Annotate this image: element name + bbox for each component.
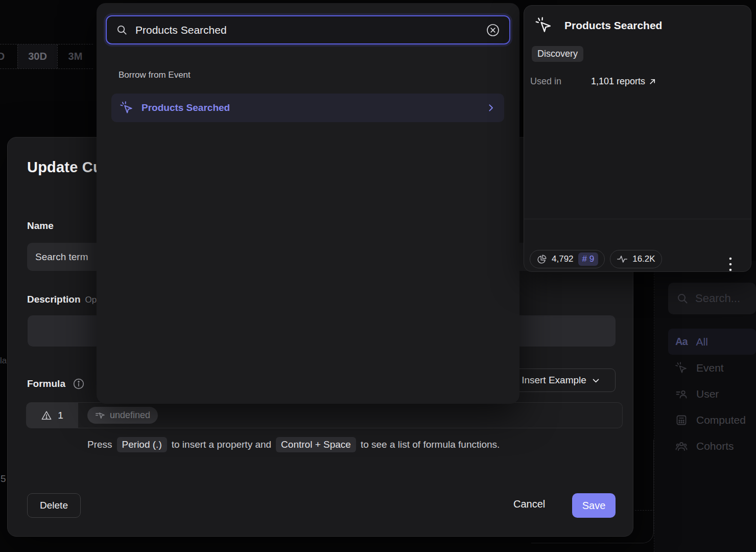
- formula-error-count: 1: [58, 410, 63, 421]
- formula-input-row: 1 undefined: [26, 402, 623, 428]
- used-in-value: 1,101 reports: [591, 76, 645, 87]
- rank-badge: # 9: [578, 252, 599, 266]
- sidebar-search-placeholder: Search...: [695, 292, 740, 305]
- event-icon: [120, 101, 133, 114]
- formula-token-chip[interactable]: undefined: [87, 407, 158, 424]
- user-icon: [675, 388, 688, 400]
- used-in-row: Used in 1,101 reports: [530, 76, 656, 87]
- event-search-input[interactable]: [135, 24, 478, 36]
- formula-error-badge: 1: [26, 402, 78, 428]
- sidebar-item-cohorts[interactable]: Cohorts: [668, 433, 756, 459]
- formula-label: Formula: [27, 378, 65, 389]
- sidebar-item-event[interactable]: Event: [668, 355, 756, 381]
- chevron-right-icon: [486, 103, 495, 112]
- insert-example-label: Insert Example: [522, 375, 586, 386]
- used-in-reports-link[interactable]: 1,101 reports: [591, 76, 656, 87]
- event-icon: [675, 362, 688, 374]
- chevron-down-icon: [592, 376, 600, 385]
- event-result-label: Products Searched: [141, 102, 478, 113]
- save-button[interactable]: Save: [572, 493, 616, 518]
- name-label: Name: [27, 220, 54, 232]
- event-detail-card: Products Searched Discovery Used in 1,10…: [524, 5, 751, 272]
- sidebar-filter-list: Aa All Event User: [668, 329, 756, 459]
- time-range-7d[interactable]: D: [0, 44, 17, 68]
- category-badge: Discovery: [532, 46, 583, 62]
- search-icon: [676, 292, 689, 305]
- aa-icon: Aa: [675, 336, 688, 348]
- time-range-30d[interactable]: 30D: [17, 44, 57, 68]
- hint-suffix: to see a list of formula functions.: [361, 439, 500, 450]
- query-count-pill[interactable]: 4,792 # 9: [530, 250, 605, 268]
- hint-prefix: Press: [87, 439, 112, 450]
- used-in-label: Used in: [530, 76, 591, 87]
- kbd-control-space: Control + Space: [276, 437, 356, 452]
- volume-value: 16.2K: [632, 254, 655, 264]
- background-axis-fragment: 5: [1, 473, 6, 485]
- event-stats: 4,792 # 9 16.2K: [530, 250, 662, 268]
- activity-icon: [617, 254, 628, 265]
- background-text-fragment: lay: [0, 356, 7, 366]
- event-icon: [535, 17, 552, 34]
- time-range-3m[interactable]: 3M: [57, 44, 93, 68]
- sidebar-item-all[interactable]: Aa All: [668, 329, 756, 355]
- sidebar-item-label: User: [696, 388, 719, 400]
- formula-hint: Press Period (.) to insert a property an…: [87, 437, 500, 452]
- formula-field[interactable]: undefined: [78, 402, 623, 428]
- formula-token-label: undefined: [110, 410, 150, 421]
- clear-icon: [486, 23, 500, 37]
- pie-chart-icon: [536, 254, 547, 265]
- more-options-button[interactable]: [726, 254, 735, 274]
- background-gridline: [635, 510, 654, 511]
- custom-event-icon: [95, 410, 105, 421]
- search-icon: [116, 24, 128, 36]
- event-card-header: Products Searched: [535, 17, 662, 34]
- kbd-period: Period (.): [117, 437, 167, 452]
- hint-middle: to insert a property and: [172, 439, 271, 450]
- query-count-value: 4,792: [552, 254, 574, 264]
- modal-title: Update Cu: [27, 159, 102, 176]
- cohorts-icon: [675, 440, 688, 452]
- cancel-button[interactable]: Cancel: [513, 498, 545, 510]
- event-result-row[interactable]: Products Searched: [111, 94, 504, 122]
- time-range-selector: D 30D 3M: [0, 44, 93, 69]
- volume-pill[interactable]: 16.2K: [610, 250, 662, 268]
- description-label: Description: [27, 294, 81, 305]
- event-card-footer: 4,792 # 9 16.2K: [524, 219, 751, 272]
- info-icon[interactable]: [73, 378, 85, 390]
- sidebar-item-label: Computed: [696, 414, 746, 426]
- sidebar-item-label: All: [696, 336, 708, 348]
- warning-icon: [41, 410, 52, 421]
- clear-search-button[interactable]: [486, 23, 500, 37]
- insert-example-button[interactable]: Insert Example: [506, 369, 616, 392]
- computed-icon: [675, 414, 688, 426]
- delete-button[interactable]: Delete: [27, 493, 81, 518]
- app-screen: D 30D 3M lay 5 Search... Aa All Event: [0, 0, 756, 552]
- sidebar-item-user[interactable]: User: [668, 381, 756, 407]
- sidebar-search-input[interactable]: Search...: [668, 283, 756, 314]
- kebab-icon: [728, 256, 733, 272]
- sidebar-item-computed[interactable]: Computed: [668, 407, 756, 433]
- property-type-sidebar: Search... Aa All Event User: [654, 261, 756, 552]
- event-card-title: Products Searched: [564, 19, 662, 32]
- external-link-icon: [649, 78, 656, 85]
- borrow-from-event-header: Borrow from Event: [119, 70, 191, 80]
- sidebar-item-label: Event: [696, 362, 724, 374]
- event-search-dropdown: Borrow from Event Products Searched: [97, 3, 519, 404]
- sidebar-item-label: Cohorts: [696, 440, 734, 452]
- event-search-box: [106, 15, 510, 44]
- formula-label-row: Formula: [27, 378, 85, 390]
